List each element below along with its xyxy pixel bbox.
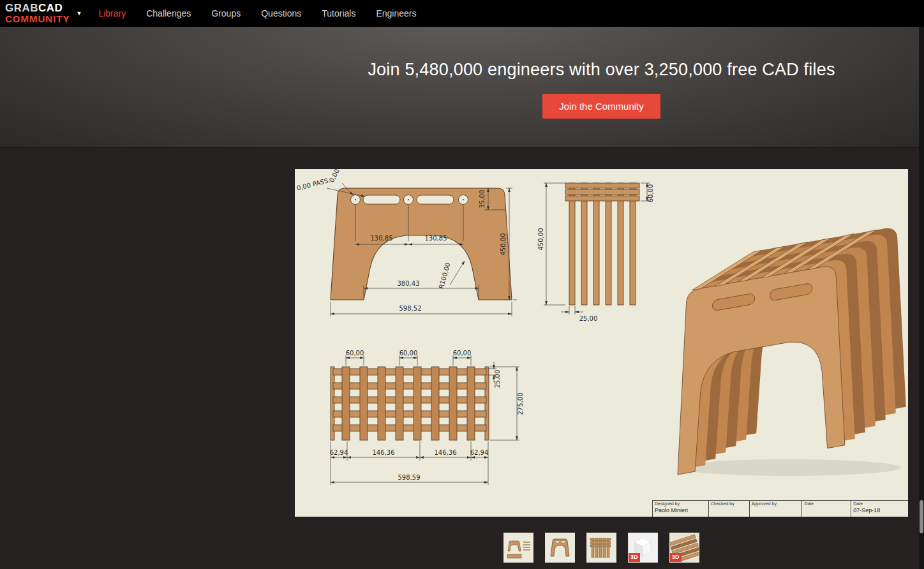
- grabcad-logo[interactable]: GRABCAD COMMUNITY ▼: [5, 3, 82, 24]
- dim-label: 146,36: [373, 449, 395, 456]
- dim-label: 598,59: [398, 474, 421, 481]
- thumbnail-strip: 3D 3D: [295, 533, 908, 563]
- nav-item-groups[interactable]: Groups: [211, 8, 241, 18]
- checked-by-label: Checked by: [711, 501, 747, 506]
- designed-by-label: Designed by: [655, 501, 706, 506]
- dim-label: 450,00: [500, 233, 507, 256]
- dim-label: 0,00 PASS.: [296, 177, 331, 192]
- title-block: Designed by Paolo Minieri Checked by App…: [652, 500, 908, 517]
- top-navbar: GRABCAD COMMUNITY ▼ Library Challenges G…: [0, 0, 924, 27]
- dim-label: 275,00: [517, 393, 524, 415]
- nav-item-library[interactable]: Library: [98, 8, 126, 18]
- page-scrollbar[interactable]: [919, 0, 924, 569]
- date-value: 07-Sep-18: [853, 507, 906, 514]
- logo-cad: CAD: [38, 2, 63, 14]
- nav-item-questions[interactable]: Questions: [261, 8, 301, 18]
- chevron-down-icon[interactable]: ▼: [77, 10, 82, 17]
- 3d-badge: 3D: [629, 553, 640, 562]
- logo-community: COMMUNITY: [5, 14, 70, 24]
- dim-label: 598,52: [399, 305, 422, 312]
- side-slats-mini-icon: [587, 533, 616, 562]
- dim-label: R100,00: [438, 262, 451, 289]
- thumbnail-3d-render-white[interactable]: 3D: [628, 533, 658, 563]
- dim-label: 60,00: [346, 350, 364, 357]
- scrollbar-thumb[interactable]: [920, 500, 923, 533]
- nav-items: Library Challenges Groups Questions Tuto…: [98, 8, 416, 18]
- dim-label: 130,85: [371, 235, 393, 242]
- designed-by-value: Paolo Minieri: [655, 507, 706, 514]
- thumbnail-front-view[interactable]: [545, 533, 575, 563]
- title-block-designed: Designed by Paolo Minieri: [653, 501, 709, 517]
- hero-banner: Join 5,480,000 engineers with over 3,250…: [0, 27, 924, 148]
- dim-label: 130,85: [425, 235, 447, 242]
- dim-label: 450,00: [537, 228, 544, 251]
- dim-label: 60,00: [647, 184, 654, 203]
- dim-label: 146,36: [435, 449, 457, 456]
- cad-drawing: 130,85 130,85 35,00 450,00 R100,00 380,4…: [295, 169, 908, 517]
- 3d-badge: 3D: [670, 553, 682, 562]
- grabcad-logo-text: GRABCAD COMMUNITY: [5, 3, 70, 24]
- front-view-mini-icon: [546, 533, 574, 562]
- nav-item-challenges[interactable]: Challenges: [146, 8, 191, 18]
- dim-label: 35,00: [479, 190, 486, 209]
- dim-label: 60,00: [399, 350, 418, 357]
- date-label: Date: [804, 501, 849, 506]
- date-label: Date: [853, 501, 906, 506]
- join-community-button[interactable]: Join the Community: [542, 94, 660, 119]
- approved-by-label: Approved by: [752, 501, 800, 506]
- top-view: [331, 367, 489, 440]
- nav-item-tutorials[interactable]: Tutorials: [322, 8, 355, 18]
- dim-label: 62,94: [330, 449, 348, 456]
- dim-label: 380,43: [398, 280, 420, 287]
- drawing-sheet-mini-icon: [504, 533, 533, 562]
- hero-headline: Join 5,480,000 engineers with over 3,250…: [295, 60, 908, 80]
- title-block-date2: Date 07-Sep-18: [851, 501, 908, 517]
- dim-label: 62,94: [470, 449, 489, 456]
- model-preview-image[interactable]: 130,85 130,85 35,00 450,00 R100,00 380,4…: [295, 169, 908, 517]
- thumbnail-3d-render-wood[interactable]: 3D: [669, 533, 699, 563]
- logo-grab: GRAB: [5, 2, 38, 14]
- thumbnail-drawing-sheet[interactable]: [503, 533, 533, 563]
- thumbnail-side-view[interactable]: [586, 533, 616, 563]
- nav-item-engineers[interactable]: Engineers: [376, 8, 416, 18]
- side-view: [565, 183, 639, 305]
- title-block-approved: Approved by: [750, 501, 803, 517]
- dim-label: 25,00: [494, 370, 501, 388]
- title-block-checked: Checked by: [709, 501, 750, 517]
- title-block-date1: Date: [802, 501, 851, 517]
- dim-label: 60,00: [453, 350, 472, 357]
- dim-label: 25,00: [579, 315, 598, 322]
- isometric-view: [678, 225, 906, 476]
